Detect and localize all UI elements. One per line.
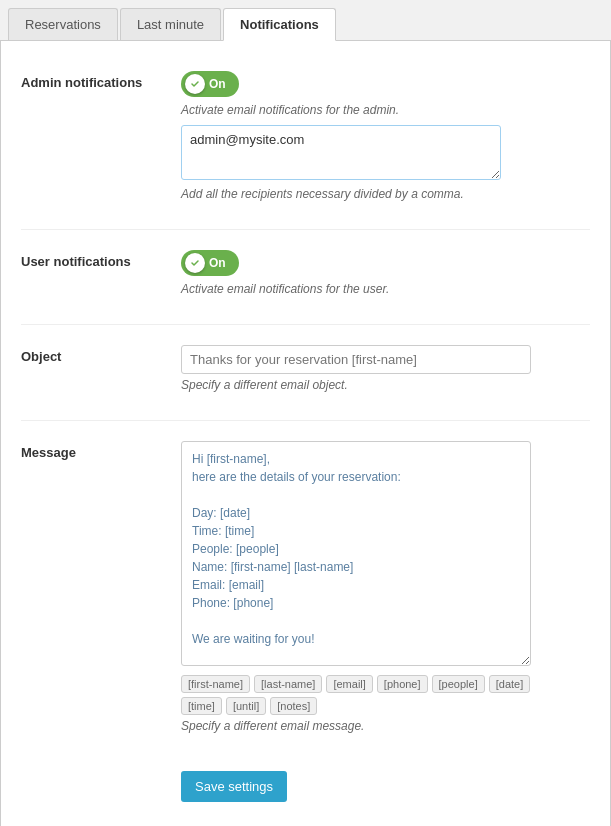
user-toggle[interactable]: On bbox=[181, 250, 239, 276]
admin-notifications-content: On Activate email notifications for the … bbox=[181, 71, 590, 209]
toggle-circle-admin bbox=[185, 74, 205, 94]
tag-date[interactable]: [date] bbox=[489, 675, 531, 693]
admin-email-input[interactable]: admin@mysite.com bbox=[181, 125, 501, 180]
tag-notes[interactable]: [notes] bbox=[270, 697, 317, 715]
tabs-container: Reservations Last minute Notifications bbox=[0, 0, 611, 41]
object-hint: Specify a different email object. bbox=[181, 378, 590, 392]
admin-toggle-label: On bbox=[209, 77, 226, 91]
object-input[interactable] bbox=[181, 345, 531, 374]
admin-notifications-section: Admin notifications On Activate email no… bbox=[21, 71, 590, 209]
tag-until[interactable]: [until] bbox=[226, 697, 266, 715]
tag-time[interactable]: [time] bbox=[181, 697, 222, 715]
message-content: Hi [first-name], here are the details of… bbox=[181, 441, 590, 741]
message-hint: Specify a different email message. bbox=[181, 719, 590, 733]
tab-reservations[interactable]: Reservations bbox=[8, 8, 118, 40]
admin-notifications-hint: Activate email notifications for the adm… bbox=[181, 103, 590, 117]
tag-people[interactable]: [people] bbox=[432, 675, 485, 693]
user-notifications-hint: Activate email notifications for the use… bbox=[181, 282, 590, 296]
admin-email-hint: Add all the recipients necessary divided… bbox=[181, 187, 590, 201]
admin-toggle[interactable]: On bbox=[181, 71, 239, 97]
user-notifications-content: On Activate email notifications for the … bbox=[181, 250, 590, 304]
tab-notifications[interactable]: Notifications bbox=[223, 8, 336, 41]
user-toggle-label: On bbox=[209, 256, 226, 270]
message-textarea[interactable]: Hi [first-name], here are the details of… bbox=[181, 441, 531, 666]
message-tags: [first-name] [last-name] [email] [phone]… bbox=[181, 675, 531, 715]
tag-email[interactable]: [email] bbox=[326, 675, 372, 693]
object-label: Object bbox=[21, 345, 181, 364]
content-area: Admin notifications On Activate email no… bbox=[0, 41, 611, 826]
tab-last-minute[interactable]: Last minute bbox=[120, 8, 221, 40]
toggle-circle-user bbox=[185, 253, 205, 273]
message-section: Message Hi [first-name], here are the de… bbox=[21, 441, 590, 741]
user-notifications-label: User notifications bbox=[21, 250, 181, 269]
save-button[interactable]: Save settings bbox=[181, 771, 287, 802]
admin-notifications-label: Admin notifications bbox=[21, 71, 181, 90]
tag-first-name[interactable]: [first-name] bbox=[181, 675, 250, 693]
message-label: Message bbox=[21, 441, 181, 460]
object-content: Specify a different email object. bbox=[181, 345, 590, 400]
object-section: Object Specify a different email object. bbox=[21, 345, 590, 400]
tag-last-name[interactable]: [last-name] bbox=[254, 675, 322, 693]
tag-phone[interactable]: [phone] bbox=[377, 675, 428, 693]
user-notifications-section: User notifications On Activate email not… bbox=[21, 250, 590, 304]
